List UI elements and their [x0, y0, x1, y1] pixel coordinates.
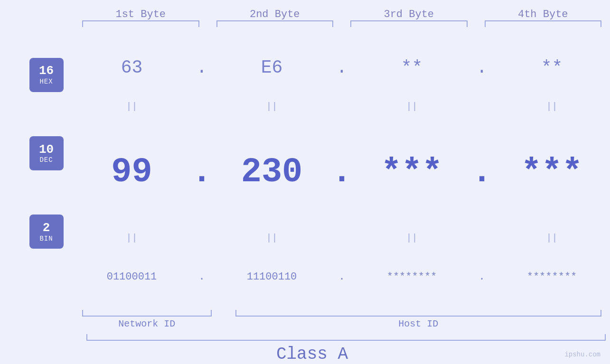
bin-b2: 11100110 [214, 271, 330, 283]
bin-d2: . [330, 271, 354, 283]
hex-d2: . [330, 57, 354, 78]
hex-name: HEX [39, 78, 53, 85]
eq3: || [354, 101, 470, 112]
bin-row: 01100011 . 11100110 . ******** . [74, 245, 610, 309]
main-content: 16 HEX 10 DEC 2 BIN 63 . [0, 36, 610, 309]
eq5: || [74, 233, 190, 243]
host-id-bracket [235, 310, 602, 317]
dec-d1: . [190, 153, 214, 192]
eq4: || [494, 101, 610, 112]
id-label-row: Network ID Host ID [0, 318, 610, 329]
network-id-bracket [82, 310, 212, 317]
footer-text: ipshu.com [564, 351, 601, 358]
bracket-byte2 [216, 20, 334, 27]
hex-number: 16 [39, 64, 54, 78]
hex-b3: ** [354, 57, 470, 78]
host-id-label: Host ID [235, 318, 602, 329]
eq1: || [74, 101, 190, 112]
top-brackets [0, 20, 610, 31]
dec-d2: . [330, 153, 354, 192]
hex-row: 63 . E6 . ** . ** [74, 36, 610, 100]
base-labels: 16 HEX 10 DEC 2 BIN [19, 36, 74, 309]
bracket-byte3 [350, 20, 468, 27]
dec-badge: 10 DEC [29, 136, 64, 170]
hex-d1: . [190, 57, 214, 78]
bin-b3: ******** [354, 271, 470, 283]
hex-d3: . [470, 57, 494, 78]
dec-b1: 99 [74, 153, 190, 192]
bin-number: 2 [43, 221, 50, 235]
bracket-byte4 [485, 20, 602, 27]
eq6: || [214, 233, 330, 243]
class-label: Class A [0, 345, 610, 364]
bin-name: BIN [39, 235, 53, 243]
byte4-header: 4th Byte [476, 9, 610, 20]
hex-b4: ** [494, 57, 610, 78]
bottom-bracket-row [0, 310, 610, 317]
bin-b1: 01100011 [74, 271, 190, 283]
dec-b4: *** [494, 153, 610, 192]
main-container: 1st Byte 2nd Byte 3rd Byte 4th Byte 16 H… [0, 0, 610, 364]
bin-d1: . [190, 271, 214, 283]
byte3-header: 3rd Byte [342, 9, 476, 20]
eq2: || [214, 101, 330, 112]
byte-headers: 1st Byte 2nd Byte 3rd Byte 4th Byte [0, 9, 610, 20]
network-id-label: Network ID [82, 318, 212, 329]
bin-b4: ******** [494, 271, 610, 283]
eq-row-2: || || || || [74, 231, 610, 245]
byte1-header: 1st Byte [74, 9, 208, 20]
eq8: || [494, 233, 610, 243]
hex-badge: 16 HEX [29, 58, 64, 92]
dec-name: DEC [39, 156, 53, 164]
bin-badge: 2 BIN [29, 215, 64, 249]
values-section: 63 . E6 . ** . ** [74, 36, 610, 309]
eq-row-1: || || || || [74, 100, 610, 114]
dec-b3: *** [354, 153, 470, 192]
eq7: || [354, 233, 470, 243]
byte2-header: 2nd Byte [208, 9, 342, 20]
hex-b2: E6 [214, 57, 330, 78]
dec-d3: . [470, 153, 494, 192]
dec-b2: 230 [214, 153, 330, 192]
dec-row: 99 . 230 . *** . *** [74, 114, 610, 231]
hex-b1: 63 [74, 57, 190, 78]
dec-number: 10 [39, 143, 54, 157]
bracket-byte1 [82, 20, 199, 27]
class-bracket [86, 334, 606, 341]
bin-d3: . [470, 271, 494, 283]
